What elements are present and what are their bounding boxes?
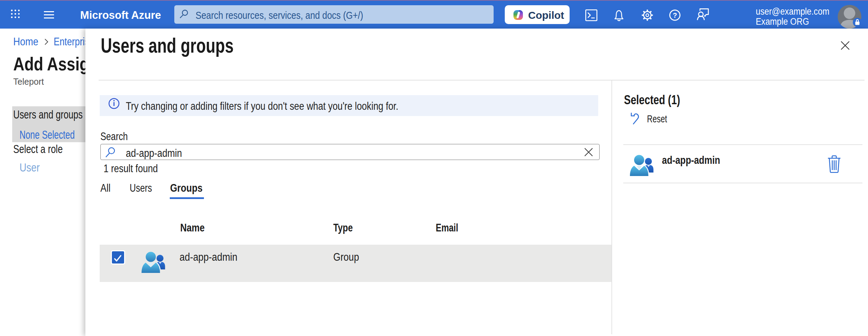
svg-text:?: ? bbox=[673, 12, 677, 19]
